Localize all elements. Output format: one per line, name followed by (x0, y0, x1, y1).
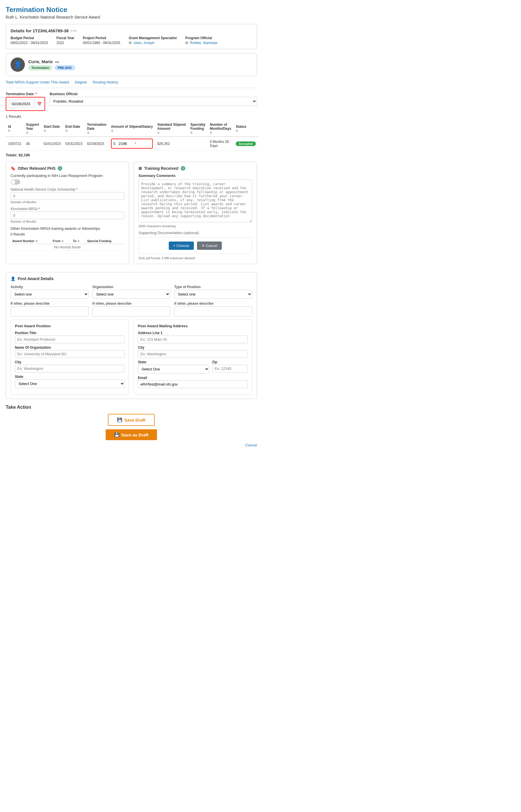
calendar-icon[interactable]: 📅 (37, 102, 42, 106)
business-official-select[interactable]: Franklin, Rosalind (50, 97, 257, 106)
other-results-count: 0 Results (10, 232, 124, 236)
post-award-person-icon: 👤 (10, 276, 16, 281)
pos-city-input[interactable] (15, 365, 125, 372)
termination-date-box: 📅 (6, 97, 45, 111)
floppy-icon: 💾 (117, 417, 122, 423)
tab-routing-history[interactable]: Routing History (93, 80, 118, 85)
cancel-file-button[interactable]: ✕ Cancel (197, 241, 222, 250)
if-other-org-label: If other, please describe (92, 301, 171, 305)
post-award-three-col: Activity Select one Organization Select … (10, 285, 252, 299)
organization-select[interactable]: Select one (92, 290, 171, 299)
loan-toggle[interactable] (10, 179, 20, 185)
if-other-activity: If other, please describe (10, 301, 89, 317)
gms-item: Grant Management Specialist ✉ Ulam, Jose… (129, 36, 177, 45)
sort-md-icon[interactable]: ⇅ (210, 131, 212, 134)
org-name-input[interactable] (15, 350, 125, 358)
termination-date-input[interactable] (9, 100, 35, 108)
budget-period-label: Budget Period (10, 36, 48, 40)
form-row: Termination Date: * 📅 Business Official … (6, 92, 257, 111)
pos-title-input[interactable] (15, 336, 125, 343)
mail-email-input[interactable] (138, 380, 248, 388)
summary-textarea[interactable] (138, 179, 252, 222)
take-action-section: Take Action 💾 Save Draft 💾 Save as Draft… (6, 405, 257, 440)
training-info-icon[interactable]: i (181, 166, 185, 171)
addr1-input[interactable] (138, 336, 248, 343)
po-link[interactable]: Rotblat, Stanislaw (190, 41, 218, 45)
training-card: ⊞ Training Received i Summary Comments 2… (134, 162, 257, 264)
mail-city-input[interactable] (138, 350, 248, 358)
supporting-doc-label: Supporting Documentation (optional) (138, 231, 252, 235)
person-dots-menu[interactable]: ••• (55, 60, 59, 64)
save-draft-button[interactable]: 💾 Save Draft (108, 414, 155, 426)
post-award-two-col: Post Award Position Position Title Name … (10, 320, 252, 395)
sort-id-icon[interactable]: ⇅ (8, 129, 10, 132)
nhsc-input[interactable] (10, 192, 124, 200)
save-as-draft-button[interactable]: 💾 Save as Draft (106, 429, 157, 440)
sort-ss-icon[interactable]: ⇅ (157, 131, 160, 134)
no-records-row: No records found (10, 244, 124, 251)
mail-email-label: Email (138, 376, 248, 380)
if-other-pos: If other, please describe (174, 301, 252, 317)
cancel-button[interactable]: Cancel (246, 443, 257, 447)
tab-total-nrsa[interactable]: Total NRSA Support Under This Award (6, 80, 69, 85)
pos-state-select[interactable]: Select One Alabama Alaska Arizona Washin… (15, 379, 125, 388)
mail-state-select[interactable]: Select One Washington (138, 365, 209, 373)
if-other-org-input[interactable] (92, 306, 171, 317)
td-start-date: 02/01/2023 (41, 136, 63, 151)
if-other-pos-input[interactable] (174, 306, 252, 317)
tab-degree[interactable]: Degree (75, 80, 87, 85)
th-award-number: Award Number ⇅ (10, 238, 51, 244)
kirschstein-label: Kirschstein-NRSA * (10, 207, 124, 211)
activity-label: Activity (10, 285, 89, 289)
sort-sf-icon[interactable]: ⇅ (190, 131, 193, 134)
pos-state-field: State Select One Alabama Alaska Arizona … (15, 375, 125, 388)
details-header: Details for 1T23HL456789-38 ••• (10, 28, 252, 33)
activity-group: Activity Select one (10, 285, 89, 299)
sort-ed-icon[interactable]: ⇅ (65, 129, 68, 132)
gms-link[interactable]: Ulam, Joseph (134, 41, 155, 45)
nhsc-label: National Health Service Corps Scholarshi… (10, 188, 124, 192)
person-card: 👤 Curie, Marie ••• Termination PRE-DOC (6, 53, 257, 76)
if-other-row: If other, please describe If other, plea… (10, 301, 252, 317)
if-other-activity-input[interactable] (10, 306, 89, 317)
pos-state-label: State (15, 375, 125, 379)
amount-input[interactable] (116, 140, 134, 148)
nhsc-sublabel: Number of Months (10, 200, 36, 204)
sort-sy-icon[interactable]: ⇅ (26, 131, 28, 134)
details-card: Details for 1T23HL456789-38 ••• Budget P… (6, 24, 257, 49)
position-type-label: Type of Position (174, 285, 252, 289)
th-support-year: SupportYear⇅ (24, 121, 41, 136)
details-dots-menu[interactable]: ••• (71, 28, 77, 33)
mail-state-zip-field: State Select One Washington Zip (138, 360, 248, 373)
mail-city-field: City (138, 345, 248, 358)
training-title: ⊞ Training Received i (138, 166, 252, 171)
mail-zip-input[interactable] (212, 365, 248, 372)
sort-status-icon[interactable]: ⇅ (236, 129, 238, 132)
td-specialty-funding (188, 136, 208, 151)
pos-city-field: City (15, 360, 125, 372)
gms-email-icon: ✉ (129, 41, 132, 45)
choose-button[interactable]: + Choose (169, 241, 194, 250)
po-email-icon: ✉ (185, 41, 188, 45)
totals-row: Totals: $2,196 (6, 153, 257, 157)
sort-sd-icon[interactable]: ⇅ (44, 129, 46, 132)
project-period-value: 05/01/1980 - 08/31/2025 (83, 41, 120, 45)
th-end-date: End Date⇅ (63, 121, 85, 136)
td-months-days: 0 Months 28 Days (207, 136, 233, 151)
kirschstein-input[interactable] (10, 212, 124, 219)
sort-amount-icon[interactable]: ⇅ (111, 129, 113, 132)
other-phs-info-icon[interactable]: i (58, 166, 62, 171)
sort-td-icon[interactable]: ⇅ (87, 131, 89, 134)
grid-icon: ⊞ (138, 166, 142, 171)
post-award-mailing: Post Award Mailing Address Address Line … (134, 320, 252, 395)
fiscal-year-value: 2022 (56, 41, 64, 45)
post-award-title-text: Post Award Details (18, 276, 54, 281)
details-header-text: Details for 1T23HL456789-38 (10, 28, 69, 33)
td-end-date: 03/31/2023 (63, 136, 85, 151)
activity-select[interactable]: Select one (10, 290, 89, 299)
position-type-select[interactable]: Select one (174, 290, 252, 299)
file-note: Only pdf format, 6 MB maximum allowed (138, 256, 252, 260)
if-other-activity-label: If other, please describe (10, 301, 89, 305)
if-other-org: If other, please describe (92, 301, 171, 317)
other-phs-title: 🔖 Other Relevant PHS i (10, 166, 124, 171)
